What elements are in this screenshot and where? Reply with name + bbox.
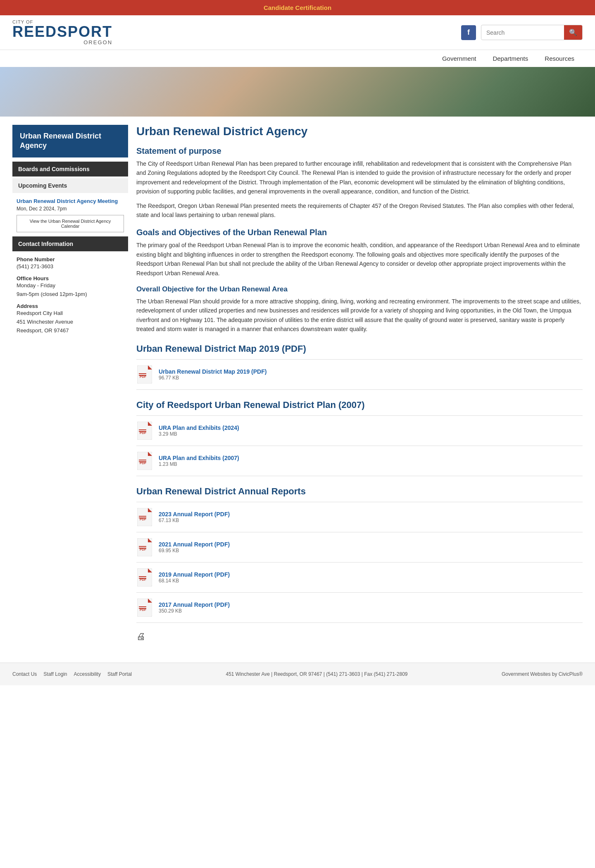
pdf-file-icon: PDF: [137, 538, 152, 556]
pdf-size: 3.29 MB: [159, 431, 239, 437]
nav-item-government[interactable]: Government: [434, 50, 485, 67]
pdf-file-icon: PDF: [137, 568, 152, 587]
pdf-info: 2019 Annual Report (PDF) 68.14 KB: [159, 571, 230, 584]
footer-address: 451 Winchester Ave | Reedsport, OR 97467…: [226, 671, 407, 677]
pdf-size: 67.13 KB: [159, 517, 230, 523]
map-files: PDF Urban Renewal District Map 2019 (PDF…: [136, 359, 583, 390]
pdf-info: 2021 Annual Report (PDF) 69.95 KB: [159, 541, 230, 553]
hours-label: Office Hours: [12, 272, 128, 282]
contact-section: Contact Information Phone Number (541) 2…: [12, 236, 128, 336]
footer-contact-us[interactable]: Contact Us: [12, 671, 37, 677]
pdf-item[interactable]: PDF URA Plan and Exhibits (2024) 3.29 MB: [136, 415, 583, 446]
sidebar: Urban Renewal District Agency Boards and…: [12, 125, 128, 642]
nav-item-departments[interactable]: Departments: [484, 50, 536, 67]
header-right: f 🔍: [461, 25, 583, 40]
phone-label: Phone Number: [12, 253, 128, 263]
pdf-link[interactable]: 2021 Annual Report (PDF): [159, 541, 230, 548]
goals-heading: Goals and Objectives of the Urban Renewa…: [136, 228, 583, 237]
logo-oregon: OREGON: [12, 39, 112, 45]
pdf-file-icon: PDF: [137, 452, 152, 470]
top-banner-text: Candidate Certification: [264, 4, 331, 11]
pdf-link[interactable]: 2019 Annual Report (PDF): [159, 571, 230, 578]
pdf-link[interactable]: Urban Renewal District Map 2019 (PDF): [159, 368, 267, 375]
footer: Contact Us Staff Login Accessibility Sta…: [0, 663, 595, 685]
pdf-icon: PDF: [136, 507, 153, 527]
logo-main: REEDSPORT: [12, 24, 112, 39]
objective-heading: Overall Objective for the Urban Renewal …: [136, 285, 583, 293]
search-input[interactable]: [481, 26, 564, 39]
pdf-file-icon: PDF: [137, 599, 152, 617]
hero-image: [0, 67, 595, 117]
search-button[interactable]: 🔍: [564, 25, 582, 40]
pdf-item[interactable]: PDF 2023 Annual Report (PDF) 67.13 KB: [136, 502, 583, 532]
footer-links: Contact Us Staff Login Accessibility Sta…: [12, 671, 132, 677]
pdf-item[interactable]: PDF URA Plan and Exhibits (2007) 1.23 MB: [136, 446, 583, 476]
sidebar-contact-header[interactable]: Contact Information: [12, 236, 128, 251]
pdf-item[interactable]: PDF 2017 Annual Report (PDF) 350.29 KB: [136, 593, 583, 623]
statement-p1: The City of Reedsport Urban Renewal Plan…: [136, 159, 583, 196]
pdf-size: 69.95 KB: [159, 548, 230, 553]
sidebar-title: Urban Renewal District Agency: [12, 125, 128, 157]
pdf-icon: PDF: [136, 365, 153, 384]
upcoming-events-section: Upcoming Events Urban Renewal District A…: [12, 178, 128, 232]
address-line1: Reedsport City Hall: [12, 310, 128, 319]
content-area: Urban Renewal District Agency Statement …: [136, 125, 583, 642]
footer-staff-login[interactable]: Staff Login: [43, 671, 67, 677]
nav-item-resources[interactable]: Resources: [536, 50, 583, 67]
hours-line2: 9am-5pm (closed 12pm-1pm): [12, 291, 128, 300]
main-content: Urban Renewal District Agency Boards and…: [0, 117, 595, 650]
pdf-icon: PDF: [136, 598, 153, 618]
pdf-item[interactable]: PDF 2019 Annual Report (PDF) 68.14 KB: [136, 563, 583, 593]
pdf-size: 350.29 KB: [159, 608, 230, 614]
pdf-link[interactable]: URA Plan and Exhibits (2024): [159, 424, 239, 431]
phone-value: (541) 271-3603: [12, 263, 128, 272]
statement-heading: Statement of purpose: [136, 146, 583, 156]
header: CITY OF REEDSPORT OREGON f 🔍: [0, 15, 595, 50]
pdf-info: 2023 Annual Report (PDF) 67.13 KB: [159, 511, 230, 523]
pdf-icon: PDF: [136, 421, 153, 441]
footer-accessibility[interactable]: Accessibility: [74, 671, 101, 677]
sidebar-upcoming-header[interactable]: Upcoming Events: [12, 178, 128, 193]
logo[interactable]: CITY OF REEDSPORT OREGON: [12, 19, 112, 45]
search-box: 🔍: [481, 25, 583, 40]
statement-p2: The Reedsport, Oregon Urban Renewal Plan…: [136, 201, 583, 220]
calendar-button[interactable]: View the Urban Renewal District Agency C…: [17, 215, 124, 232]
sidebar-boards-header[interactable]: Boards and Commissions: [12, 162, 128, 176]
address-line3: Reedsport, OR 97467: [12, 327, 128, 336]
annual-files: PDF 2023 Annual Report (PDF) 67.13 KB PD…: [136, 502, 583, 623]
pdf-icon: PDF: [136, 568, 153, 587]
facebook-icon[interactable]: f: [461, 25, 476, 40]
pdf-info: 2017 Annual Report (PDF) 350.29 KB: [159, 601, 230, 614]
top-banner[interactable]: Candidate Certification: [0, 0, 595, 15]
pdf-info: Urban Renewal District Map 2019 (PDF) 96…: [159, 368, 267, 381]
pdf-file-icon: PDF: [137, 508, 152, 526]
pdf-size: 68.14 KB: [159, 578, 230, 584]
nav-bar: Government Departments Resources: [0, 50, 595, 67]
annual-reports-title: Urban Renewal District Annual Reports: [136, 486, 583, 497]
plan-files: PDF URA Plan and Exhibits (2024) 3.29 MB…: [136, 415, 583, 476]
address-label: Address: [12, 300, 128, 310]
pdf-link[interactable]: 2017 Annual Report (PDF): [159, 601, 230, 608]
map-section-title: Urban Renewal District Map 2019 (PDF): [136, 343, 583, 354]
pdf-item[interactable]: PDF 2021 Annual Report (PDF) 69.95 KB: [136, 532, 583, 563]
pdf-icon: PDF: [136, 537, 153, 557]
event-date: Mon, Dec 2 2024, 7pm: [12, 206, 71, 215]
pdf-size: 1.23 MB: [159, 461, 239, 467]
pdf-icon: PDF: [136, 451, 153, 471]
print-icon[interactable]: 🖨: [136, 631, 583, 642]
goals-p1: The primary goal of the Reedsport Urban …: [136, 241, 583, 278]
pdf-info: URA Plan and Exhibits (2007) 1.23 MB: [159, 455, 239, 467]
pdf-link[interactable]: URA Plan and Exhibits (2007): [159, 455, 239, 461]
address-line2: 451 Winchester Avenue: [12, 319, 128, 327]
event-link[interactable]: Urban Renewal District Agency Meeting: [12, 195, 128, 205]
plan-section-title: City of Reedsport Urban Renewal District…: [136, 400, 583, 410]
page-title: Urban Renewal District Agency: [136, 125, 583, 138]
objective-p1: The Urban Renewal Plan should provide fo…: [136, 297, 583, 334]
footer-credit: Government Websites by CivicPlus®: [502, 671, 583, 677]
pdf-file-icon: PDF: [137, 365, 152, 384]
pdf-size: 96.77 KB: [159, 375, 267, 381]
pdf-info: URA Plan and Exhibits (2024) 3.29 MB: [159, 424, 239, 437]
pdf-link[interactable]: 2023 Annual Report (PDF): [159, 511, 230, 517]
pdf-item[interactable]: PDF Urban Renewal District Map 2019 (PDF…: [136, 359, 583, 390]
footer-staff-portal[interactable]: Staff Portal: [107, 671, 132, 677]
